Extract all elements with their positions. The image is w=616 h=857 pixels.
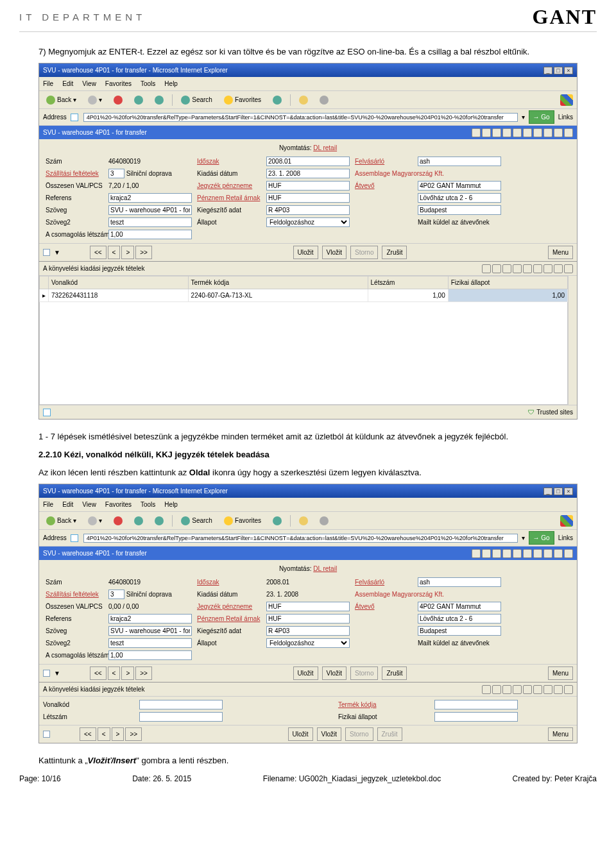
checkbox[interactable] [43,249,50,256]
inp-atvevo[interactable] [418,181,501,191]
ulozit-button[interactable]: Uložit [293,246,318,259]
mail-button[interactable] [296,94,311,106]
lbl-jegyzek[interactable]: Jegyzék pénzneme [197,180,261,191]
inp-szoveg[interactable] [108,626,192,636]
mail-link[interactable]: Mailt küldel az átvevőnek [418,638,501,649]
tool-icon[interactable] [513,685,522,694]
mail-link[interactable]: Mailt küldel az átvevőnek [418,217,501,228]
links-label[interactable]: Links [558,112,573,123]
tool-icon[interactable] [513,264,522,273]
inp-felvasarlo[interactable] [418,577,501,587]
search-button[interactable]: Search [178,93,216,106]
th-letszam[interactable]: Létszám [368,276,448,289]
tool-icon[interactable] [513,549,522,558]
storno-button[interactable]: Storno [350,666,378,680]
lbl-idoszak[interactable]: Időszak [197,156,261,167]
menu-help[interactable]: Help [164,78,178,89]
inp-szoveg2[interactable] [108,217,192,227]
pager-next[interactable]: > [121,246,134,259]
pager-prev[interactable]: < [108,246,121,259]
inp-ref[interactable] [108,193,192,203]
checkbox[interactable] [43,670,50,677]
inp-kiad[interactable] [266,169,350,178]
history-button[interactable] [270,94,285,106]
inp-szall-code[interactable] [108,169,124,178]
print-link[interactable]: DL retail [313,565,337,572]
address-input[interactable] [83,534,518,543]
tool-icon[interactable] [513,128,522,137]
pager-prev[interactable]: < [98,727,110,741]
th-vonalkod[interactable]: Vonalkód [49,276,189,289]
go-button[interactable]: → Go [529,110,554,124]
lbl-felvasarlo[interactable]: Felvásárló [355,577,413,588]
sel-allapot[interactable]: Feldolgozáshoz [266,217,350,227]
lbl-atvevo[interactable]: Átvevő [355,601,413,612]
inp-penz[interactable] [266,193,350,203]
mail-button[interactable] [296,515,311,527]
menu-edit[interactable]: Edit [62,499,73,510]
lbl-jegyzek[interactable]: Jegyzék pénzneme [197,601,261,612]
storno-button[interactable]: Storno [350,246,378,259]
zrusit-button[interactable]: Zrušit [377,727,402,741]
favorites-button[interactable]: Favorites [221,514,264,527]
inp-kieg[interactable] [266,205,350,215]
tool-icon[interactable] [492,128,501,137]
lbl-penz[interactable]: Pénznem Retail árnak [197,613,261,624]
stop-button[interactable] [110,94,126,106]
tool-icon[interactable] [523,685,532,694]
tool-icon[interactable] [554,685,563,694]
menu-file[interactable]: File [43,499,53,510]
tool-icon[interactable] [533,685,542,694]
pager-last[interactable]: >> [125,727,142,741]
menu-button[interactable]: Menu [548,666,573,680]
vscrollbar[interactable] [568,276,577,405]
tool-icon[interactable] [564,128,573,137]
tool-icon[interactable] [543,685,552,694]
tool-icon[interactable] [564,549,573,558]
tool-icon[interactable] [502,264,511,273]
inp-fizikai[interactable] [434,712,518,722]
inp-felvasarlo[interactable] [418,157,501,166]
home-button[interactable] [151,94,167,106]
menu-favorites[interactable]: Favorites [105,499,132,510]
ulozit-button[interactable]: Uložit [293,666,318,680]
vlozit-button[interactable]: Vložit [322,666,346,680]
menu-file[interactable]: File [43,78,53,89]
inp-csom[interactable] [108,230,192,239]
lbl-termek[interactable]: Termék kódja [338,699,396,710]
pager-last[interactable]: >> [135,246,152,259]
tool-icon[interactable] [502,685,511,694]
tool-icon[interactable] [543,128,552,137]
vlozit-button[interactable]: Vložit [322,246,346,259]
th-termek[interactable]: Termék kódja [188,276,368,289]
pager-last[interactable]: >> [135,666,152,680]
forward-button[interactable]: ▾ [85,93,105,106]
tool-icon[interactable] [492,685,501,694]
forward-button[interactable]: ▾ [85,514,105,527]
pager-prev[interactable]: < [108,666,121,680]
back-button[interactable]: Back ▾ [43,93,80,106]
menu-tools[interactable]: Tools [141,78,155,89]
tool-icon[interactable] [472,128,481,137]
tool-icon[interactable] [502,549,511,558]
th-fizikai[interactable]: Fizikai állapot [448,276,567,289]
minimize-icon[interactable]: _ [543,67,552,74]
pager-next[interactable]: > [121,666,134,680]
maximize-icon[interactable]: □ [554,488,563,495]
menu-help[interactable]: Help [164,499,178,510]
minimize-icon[interactable]: _ [543,488,552,495]
lbl-idoszak[interactable]: Időszak [197,577,261,588]
favorites-button[interactable]: Favorites [221,93,264,106]
search-button[interactable]: Search [178,514,216,527]
tool-icon[interactable] [533,264,542,273]
lbl-szall[interactable]: Szállítási feltételek [46,168,103,179]
menu-button[interactable]: Menu [548,727,573,741]
inp-ref[interactable] [108,614,192,624]
tool-icon[interactable] [492,264,501,273]
inp-csom[interactable] [108,650,192,660]
tool-icon[interactable] [482,549,491,558]
pager-next[interactable]: > [112,727,124,741]
maximize-icon[interactable]: □ [554,67,563,74]
inp-letszam[interactable] [139,712,223,722]
refresh-button[interactable] [131,515,146,527]
